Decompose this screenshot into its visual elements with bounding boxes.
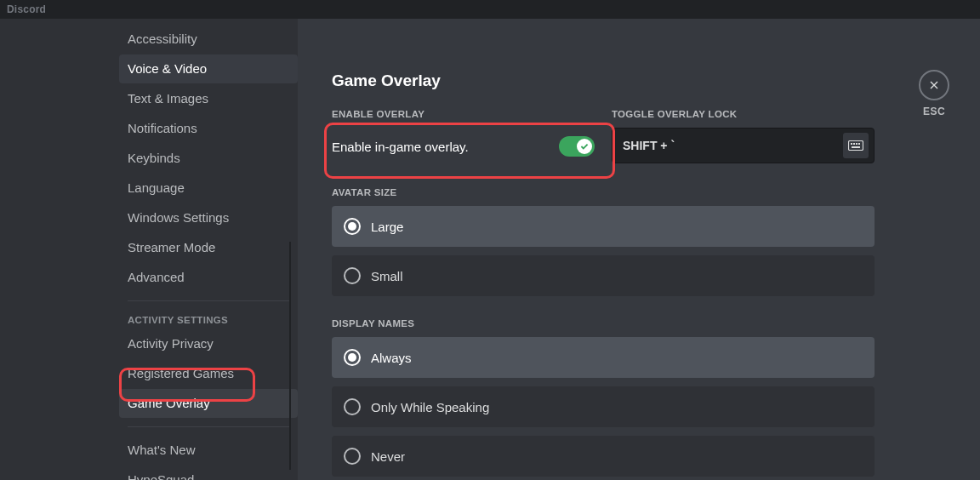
svg-rect-2 [853,143,855,145]
radio-icon [344,448,361,465]
enable-overlay-row: Enable in-game overlay. [332,128,595,165]
sidebar-item-keybinds[interactable]: Keybinds [119,144,298,173]
sidebar-item-hypesquad[interactable]: HypeSquad [119,466,298,480]
sidebar-item-accessibility[interactable]: Accessibility [119,25,298,54]
keybind-value: SHIFT + ` [623,139,675,152]
sidebar-item-advanced[interactable]: Advanced [119,263,298,292]
toggle-knob [577,139,592,154]
radio-label: Large [371,220,403,234]
svg-rect-0 [849,141,863,151]
sidebar-item-text-images[interactable]: Text & Images [119,84,298,113]
svg-rect-4 [858,143,860,145]
enable-overlay-toggle[interactable] [559,136,595,157]
close-column: ESC [909,19,960,480]
avatar-size-small[interactable]: Small [332,255,875,296]
enable-overlay-text: Enable in-game overlay. [332,140,469,154]
sidebar-item-windows-settings[interactable]: Windows Settings [119,203,298,232]
window-titlebar: Discord [0,0,980,19]
app-name: Discord [7,3,46,15]
radio-icon [344,267,361,284]
check-icon [579,141,590,151]
sidebar-item-registered-games[interactable]: Registered Games [119,359,298,388]
svg-rect-1 [851,143,852,145]
overlay-lock-label: Toggle Overlay Lock [612,109,875,119]
radio-icon [344,218,361,235]
settings-content: Game Overlay Enable Overlay Enable in-ga… [298,19,909,480]
close-button[interactable] [919,70,949,100]
svg-rect-5 [852,146,860,148]
sidebar-item-whats-new[interactable]: What's New [119,436,298,465]
sidebar-item-game-overlay[interactable]: Game Overlay [119,389,298,418]
display-names-label: Display Names [332,318,875,329]
right-gutter [960,19,980,480]
display-names-always[interactable]: Always [332,337,875,378]
overlay-lock-keybind[interactable]: SHIFT + ` [612,128,875,163]
settings-sidebar: Accessibility Voice & Video Text & Image… [119,19,298,480]
svg-rect-3 [856,143,858,145]
radio-label: Always [371,351,412,365]
enable-overlay-label: Enable Overlay [332,109,595,119]
avatar-size-label: Avatar Size [332,187,875,197]
sidebar-category-activity: Activity Settings [119,310,298,329]
keyboard-icon [843,133,869,158]
avatar-size-large[interactable]: Large [332,206,875,247]
esc-label: ESC [923,106,945,117]
close-icon [927,78,941,92]
sidebar-item-activity-privacy[interactable]: Activity Privacy [119,329,298,358]
page-title: Game Overlay [332,71,875,90]
radio-label: Small [371,269,403,283]
sidebar-item-streamer-mode[interactable]: Streamer Mode [119,233,298,262]
radio-icon [344,349,361,366]
radio-label: Never [371,449,405,464]
sidebar-divider [128,426,289,427]
sidebar-divider [128,300,289,301]
sidebar-item-voice-video[interactable]: Voice & Video [119,54,298,83]
radio-label: Only While Speaking [371,400,489,414]
sidebar-scroll-indicator [289,242,291,470]
sidebar-item-notifications[interactable]: Notifications [119,114,298,143]
display-names-while-speaking[interactable]: Only While Speaking [332,386,875,427]
sidebar-left-gutter [0,19,119,480]
sidebar-item-language[interactable]: Language [119,174,298,203]
display-names-never[interactable]: Never [332,436,875,477]
radio-icon [344,398,361,415]
